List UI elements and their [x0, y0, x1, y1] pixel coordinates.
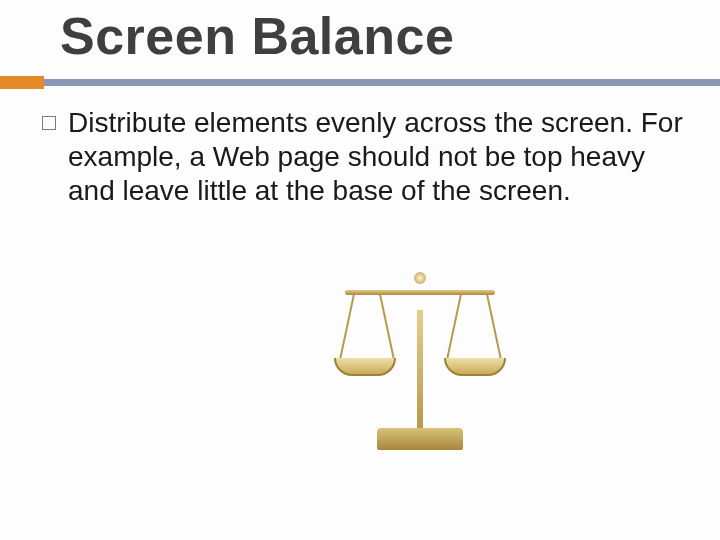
balance-scale-icon [330, 250, 510, 450]
body-text: Distribute elements evenly across the sc… [68, 106, 690, 208]
rule-line [44, 79, 720, 86]
title-underline [0, 76, 720, 89]
bullet-square-icon [42, 116, 56, 130]
body-paragraph: Distribute elements evenly across the sc… [68, 106, 690, 208]
accent-block [0, 76, 44, 89]
slide-title: Screen Balance [60, 6, 454, 66]
slide: Screen Balance Distribute elements evenl… [0, 0, 720, 540]
